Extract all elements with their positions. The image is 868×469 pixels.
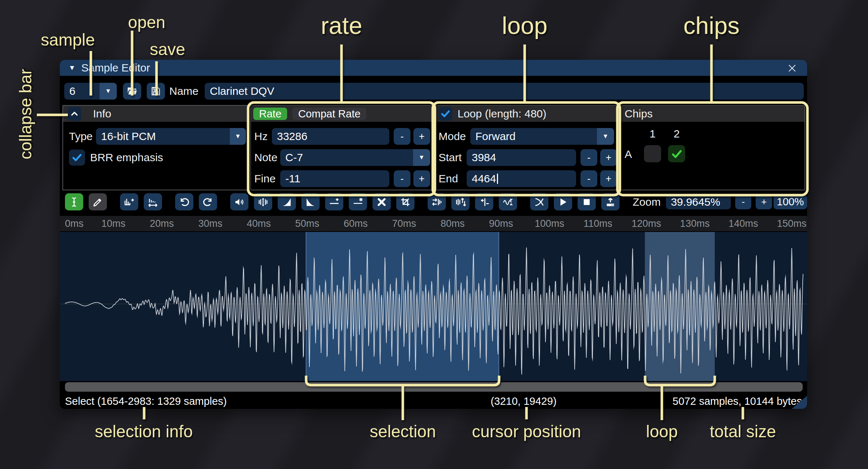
hz-minus-button[interactable]: - <box>394 128 410 145</box>
chips-panel: Chips 12A <box>620 105 805 190</box>
sample-toolbar: Zoom 39.9645% - + 100% <box>60 193 807 210</box>
collapse-bar-button[interactable] <box>67 107 81 121</box>
fine-input[interactable]: -11 <box>280 170 389 187</box>
info-panel-title: Info <box>93 108 111 120</box>
redo-button[interactable] <box>199 193 217 210</box>
collapse-window-icon[interactable]: ▼ <box>69 64 76 72</box>
check-icon <box>440 108 451 119</box>
invert-button[interactable] <box>451 193 470 210</box>
ruler-label: 0ms <box>65 218 84 229</box>
waveform-scrollbar[interactable] <box>60 381 807 394</box>
name-input[interactable]: Clarinet DQV <box>205 83 804 100</box>
waveform-add-button[interactable] <box>120 193 138 210</box>
status-bar: Select (1654-2983: 1329 samples) (3210, … <box>60 394 807 409</box>
loop-start-minus-button[interactable]: - <box>580 149 597 166</box>
waveform-display[interactable] <box>60 232 807 381</box>
save-sample-button[interactable] <box>147 83 165 100</box>
loop-start-plus-button[interactable]: + <box>600 149 617 166</box>
fade-in-button[interactable] <box>278 193 296 210</box>
rate-tab[interactable]: Rate <box>253 108 287 120</box>
undo-icon <box>179 197 190 208</box>
open-sample-button[interactable] <box>123 83 141 100</box>
delete-button[interactable] <box>373 193 391 210</box>
volume-preview-button[interactable] <box>230 193 248 210</box>
note-dropdown[interactable]: C-7 ▼ <box>280 149 430 166</box>
play-button[interactable] <box>554 193 572 210</box>
desktop-background: ▼ Sample Editor 6 ▼ <box>0 0 868 469</box>
note-label: Note <box>254 149 277 166</box>
hz-input[interactable]: 33286 <box>272 128 389 145</box>
chevron-down-icon[interactable]: ▼ <box>100 83 117 100</box>
select-tool-button[interactable] <box>65 193 83 210</box>
loop-panel-title: Loop (length: 480) <box>458 108 547 120</box>
chip-checkbox[interactable] <box>668 145 685 162</box>
time-ruler[interactable]: 0ms10ms20ms30ms40ms50ms60ms70ms80ms90ms1… <box>60 216 807 231</box>
title-bar[interactable]: ▼ Sample Editor <box>60 60 807 76</box>
zoom-in-button[interactable]: + <box>756 195 772 209</box>
ruler-label: 20ms <box>150 218 174 229</box>
scrollbar-thumb[interactable] <box>65 382 803 392</box>
zoom-input[interactable]: 39.9645% <box>666 195 731 209</box>
loop-end-input[interactable]: 4464 <box>467 170 576 187</box>
pencil-icon <box>92 197 103 208</box>
rate-panel: Rate Compat Rate Hz 33286 - + Note C-7 ▼ <box>250 105 433 190</box>
fine-plus-button[interactable]: + <box>413 170 430 187</box>
chevron-down-icon[interactable]: ▼ <box>413 149 430 166</box>
chip-column-header: 1 <box>644 128 661 140</box>
hz-plus-button[interactable]: + <box>413 128 430 145</box>
check-icon <box>671 148 683 160</box>
loop-enable-checkbox[interactable] <box>439 107 452 121</box>
play-icon <box>558 197 568 208</box>
waveform-canvas[interactable] <box>60 232 807 381</box>
stop-button[interactable] <box>578 193 596 210</box>
resize-grip[interactable] <box>792 396 807 409</box>
crossfade-button[interactable] <box>530 193 548 210</box>
chevron-up-icon <box>70 109 79 119</box>
undo-button[interactable] <box>175 193 193 210</box>
insert-silence-button[interactable] <box>325 193 343 210</box>
annotation-sample: sample <box>41 30 95 50</box>
upload-icon <box>605 197 616 208</box>
upload-button[interactable] <box>601 193 620 210</box>
loop-end-minus-button[interactable]: - <box>580 170 597 187</box>
zoom-reset-button[interactable]: 100% <box>774 195 807 209</box>
window-title: Sample Editor <box>81 62 150 74</box>
loop-start-input[interactable]: 3984 <box>467 149 576 166</box>
mode-label: Mode <box>439 128 466 145</box>
waveform-stretch-button[interactable] <box>144 193 162 210</box>
sample-select-dropdown[interactable]: 6 ▼ <box>64 83 117 100</box>
brr-emphasis-checkbox[interactable] <box>69 150 85 166</box>
line-plus-icon <box>329 197 340 208</box>
fade-in-icon <box>281 197 292 208</box>
ruler-label: 70ms <box>392 218 416 229</box>
signedness-button[interactable] <box>475 193 493 210</box>
info-panel: Info Type 16-bit PCM ▼ BRR emphasis <box>62 105 249 190</box>
loop-end-plus-button[interactable]: + <box>600 170 617 187</box>
chip-checkbox[interactable] <box>644 145 661 162</box>
annotation-rate: rate <box>321 12 362 39</box>
draw-tool-button[interactable] <box>89 193 107 210</box>
fine-minus-button[interactable]: - <box>394 170 410 187</box>
crossfade-icon <box>534 197 545 208</box>
ruler-label: 50ms <box>295 218 319 229</box>
compat-rate-tab[interactable]: Compat Rate <box>292 108 366 120</box>
chip-row-label: A <box>625 148 632 160</box>
chips-grid: 12A <box>620 122 805 190</box>
zoom-out-button[interactable]: - <box>735 195 752 209</box>
trim-button[interactable] <box>396 193 414 210</box>
apply-silence-button[interactable] <box>349 193 367 210</box>
chevron-down-icon[interactable]: ▼ <box>230 128 246 145</box>
brr-emphasis-label: BRR emphasis <box>90 149 163 166</box>
loop-mode-value: Forward <box>475 128 516 145</box>
fade-out-button[interactable] <box>301 193 320 210</box>
reverse-button[interactable] <box>428 193 446 210</box>
type-dropdown[interactable]: 16-bit PCM ▼ <box>96 128 246 145</box>
ibeam-icon <box>69 197 80 208</box>
total-size-text: 5072 samples, 10144 bytes <box>672 394 802 409</box>
chevron-down-icon[interactable]: ▼ <box>597 128 614 145</box>
close-icon[interactable] <box>785 61 799 75</box>
annotation-loop-bottom: loop <box>646 422 678 441</box>
filter-button[interactable] <box>499 193 517 210</box>
loop-mode-dropdown[interactable]: Forward ▼ <box>470 128 614 145</box>
amplify-button[interactable] <box>254 193 272 210</box>
